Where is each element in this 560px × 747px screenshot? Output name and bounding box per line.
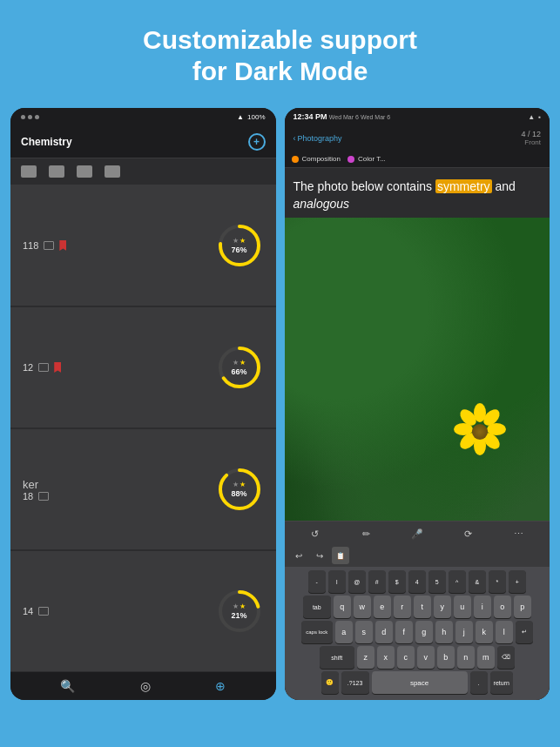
folder-icon[interactable]	[21, 165, 37, 178]
key-x[interactable]: x	[377, 646, 395, 669]
topic-bar: Composition Color T...	[285, 151, 550, 168]
topic-composition[interactable]: Composition	[292, 155, 341, 163]
front-label: Front	[524, 138, 541, 146]
key-f[interactable]: f	[395, 621, 413, 643]
key-numbers[interactable]: .?123	[341, 671, 369, 694]
list-item[interactable]: 12 ★ ★ 66%	[10, 307, 276, 428]
key-o[interactable]: o	[494, 596, 511, 618]
key-period[interactable]: .	[470, 671, 488, 694]
key-plus[interactable]: +	[509, 570, 526, 593]
key-dollar[interactable]: $	[388, 570, 406, 593]
key-return[interactable]: ↵	[516, 621, 533, 643]
key-at[interactable]: @	[348, 570, 366, 593]
pencil-icon[interactable]: ✏	[358, 526, 374, 542]
key-4[interactable]: 4	[408, 570, 426, 593]
key-c[interactable]: c	[397, 646, 415, 669]
list-item[interactable]: 14 ★ ★ 21%	[10, 551, 276, 672]
key-tab[interactable]: tab	[303, 596, 331, 618]
undo-button[interactable]: ↩	[290, 548, 307, 563]
key-n[interactable]: n	[457, 646, 475, 669]
asdf-row: caps lock a s d f g h j k l ↵	[287, 621, 549, 643]
key-hash[interactable]: #	[368, 570, 386, 593]
clipboard-button[interactable]: 📋	[332, 547, 349, 564]
scan-icon[interactable]: ⟳	[460, 526, 476, 542]
undo-draw-icon[interactable]: ↺	[307, 526, 323, 542]
search-icon[interactable]: 🔍	[60, 679, 75, 693]
key-e[interactable]: e	[374, 596, 391, 618]
copy-icon[interactable]	[49, 165, 64, 178]
key-5[interactable]: 5	[428, 570, 446, 593]
stars-1: ★ ★	[233, 237, 246, 245]
key-t[interactable]: t	[414, 596, 431, 618]
key-l[interactable]: l	[328, 570, 346, 593]
wifi-icon: ▲	[237, 113, 244, 121]
key-return-bottom[interactable]: return	[490, 671, 513, 694]
key-k[interactable]: k	[476, 621, 493, 643]
redo-button[interactable]: ↪	[311, 548, 328, 563]
mic-icon[interactable]: 🎤	[409, 526, 425, 542]
composition-dot	[292, 156, 299, 163]
left-nav: Chemistry	[10, 126, 276, 158]
key-q[interactable]: q	[334, 596, 351, 618]
card-count-3: 18	[23, 491, 33, 501]
nav-page-info: 4 / 12 Front	[521, 130, 541, 146]
key-a[interactable]: a	[335, 621, 353, 643]
key-j[interactable]: j	[455, 621, 473, 643]
card-list: 118 ★ ★ 76%	[10, 185, 276, 672]
key-l[interactable]: l	[496, 621, 513, 643]
list-item[interactable]: 118 ★ ★ 76%	[10, 185, 276, 306]
key-d[interactable]: d	[375, 621, 393, 643]
card-text-area: The photo below contains symmetry and an…	[285, 168, 550, 218]
topic-color[interactable]: Color T...	[347, 155, 386, 163]
key-emoji[interactable]: 🙂	[321, 671, 339, 694]
back-button[interactable]: ‹ Photography	[293, 134, 342, 143]
card-count-4: 14	[23, 606, 33, 616]
key-delete[interactable]: ⌫	[497, 646, 515, 669]
browse-icon[interactable]: ◎	[140, 679, 151, 693]
card-content: The photo below contains symmetry and an…	[285, 168, 550, 521]
key-capslock[interactable]: caps lock	[301, 621, 333, 643]
key-h[interactable]: h	[435, 621, 453, 643]
key-w[interactable]: w	[354, 596, 371, 618]
key-z[interactable]: z	[357, 646, 374, 669]
star-empty: ★	[233, 602, 239, 610]
stars-4: ★ ★	[233, 602, 246, 610]
dot1	[21, 115, 25, 119]
status-date-val: Wed Mar 6	[361, 114, 390, 120]
left-bottom-nav: 🔍 ◎ ⊕	[10, 672, 276, 700]
key-ast[interactable]: *	[489, 570, 506, 593]
key-u[interactable]: u	[454, 596, 471, 618]
list-item[interactable]: ker 18 ★ ★	[10, 429, 276, 550]
key-dash[interactable]: -	[308, 570, 326, 593]
back-label: Photography	[298, 134, 342, 143]
key-s[interactable]: s	[355, 621, 373, 643]
add-button[interactable]	[248, 133, 266, 151]
key-i[interactable]: i	[474, 596, 491, 618]
right-status-bar: 12:34 PM Wed Mar 6 Wed Mar 6 ▲ ▪	[285, 108, 550, 125]
key-r[interactable]: r	[394, 596, 411, 618]
card-left-3: ker 18	[23, 478, 49, 501]
status-date: Wed Mar 6	[329, 114, 359, 120]
key-p[interactable]: p	[514, 596, 531, 618]
key-m[interactable]: m	[477, 646, 495, 669]
key-v[interactable]: v	[417, 646, 435, 669]
add-nav-icon[interactable]: ⊕	[215, 679, 226, 693]
key-y[interactable]: y	[434, 596, 451, 618]
key-caret[interactable]: ^	[449, 570, 466, 593]
star-empty: ★	[233, 359, 239, 367]
text-prefix: The photo below contains	[293, 179, 435, 193]
progress-ring-4: ★ ★ 21%	[215, 587, 264, 636]
kb-secondary-toolbar: ↩ ↪ 📋	[285, 544, 550, 567]
key-g[interactable]: g	[415, 621, 433, 643]
more-icon[interactable]: ⋯	[511, 526, 527, 542]
table-icon[interactable]	[77, 165, 92, 178]
card-count-2: 12	[23, 362, 33, 373]
star-filled: ★	[240, 481, 246, 488]
key-shift-left[interactable]: shift	[320, 646, 354, 669]
key-amp[interactable]: &	[469, 570, 486, 593]
key-b[interactable]: b	[437, 646, 455, 669]
key-space[interactable]: space	[372, 671, 468, 694]
status-dots	[21, 115, 39, 119]
chat-icon[interactable]	[105, 165, 120, 178]
composition-label: Composition	[302, 155, 341, 163]
